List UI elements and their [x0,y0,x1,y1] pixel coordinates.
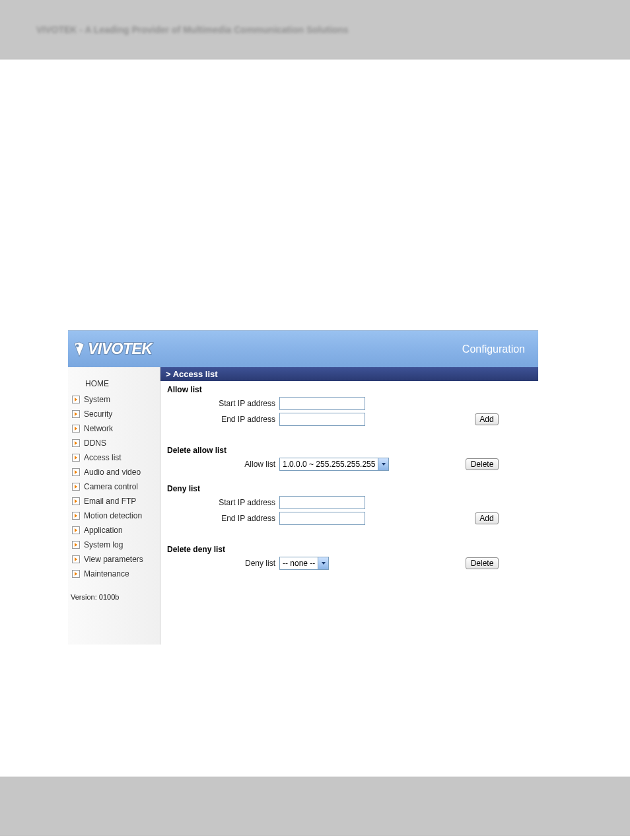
nav-item-maintenance[interactable]: Maintenance [68,567,160,581]
arrow-icon [72,454,80,462]
delete-deny-button[interactable]: Delete [466,557,499,569]
arrow-icon [72,439,80,447]
delete-deny-heading: Delete deny list [167,545,532,554]
allow-list-heading: Allow list [167,385,532,394]
nav-label: Security [84,409,112,419]
spacer-top [0,59,630,330]
arrow-icon [72,512,80,520]
deny-end-input[interactable] [279,512,365,525]
allow-end-row: End IP address Add [167,413,532,426]
arrow-icon [72,526,80,534]
nav-label: Maintenance [84,569,129,578]
nav-item-application[interactable]: Application [68,523,160,538]
version-text: Version: 0100b [68,581,160,601]
content-inner: Allow list Start IP address End IP addre… [160,381,538,586]
delete-allow-selected: 1.0.0.0 ~ 255.255.255.255 [279,458,389,471]
nav-item-system[interactable]: System [68,392,160,407]
arrow-icon [72,468,80,476]
nav-label: DDNS [84,438,106,448]
nav-label: Audio and video [84,468,141,477]
delete-allow-select[interactable]: 1.0.0.0 ~ 255.255.255.255 [279,458,389,471]
nav-item-network[interactable]: Network [68,421,160,436]
brand-icon [72,341,87,358]
nav-label: Email and FTP [84,497,136,506]
nav-item-audio-video[interactable]: Audio and video [68,465,160,479]
chevron-down-icon [378,458,388,470]
nav-label: View parameters [84,555,143,564]
nav-label: System log [84,540,123,549]
deny-start-label: Start IP address [167,498,279,507]
brand-text: VIVOTEK [88,340,152,358]
section-title: > Access list [160,367,538,381]
nav-item-motion-detection[interactable]: Motion detection [68,508,160,523]
nav-item-camera-control[interactable]: Camera control [68,479,160,494]
nav-label: Motion detection [84,511,142,520]
nav-label: System [84,395,110,404]
arrow-icon [72,410,80,418]
arrow-icon [72,555,80,563]
nav-item-email-ftp[interactable]: Email and FTP [68,494,160,508]
allow-start-input[interactable] [279,397,365,410]
spacer-bottom [0,645,630,777]
nav-label: Access list [84,453,122,462]
app-body: HOME System Security Network DDNS Access… [68,367,538,645]
allow-end-input[interactable] [279,413,365,426]
page-header-bar: VIVOTEK - A Leading Provider of Multimed… [0,0,630,59]
arrow-icon [72,541,80,549]
nav-label: Network [84,424,113,433]
brand-logo: VIVOTEK [72,340,152,358]
nav-home[interactable]: HOME [68,372,160,392]
delete-deny-select[interactable]: -- none -- [279,557,329,570]
delete-deny-row: Deny list -- none -- Delete [167,557,532,570]
page-header-blurred-text: VIVOTEK - A Leading Provider of Multimed… [36,24,349,35]
deny-add-button[interactable]: Add [475,512,499,524]
delete-deny-label: Deny list [167,559,279,568]
deny-list-heading: Deny list [167,484,532,493]
arrow-icon [72,483,80,491]
allow-add-button[interactable]: Add [475,413,499,425]
config-app: VIVOTEK Configuration HOME System Securi… [68,330,538,645]
deny-start-row: Start IP address [167,496,532,509]
arrow-icon [72,497,80,505]
page-footer-bar [0,777,630,836]
deny-end-row: End IP address Add [167,512,532,525]
allow-start-row: Start IP address [167,397,532,410]
chevron-down-icon [318,557,328,569]
nav-label: Camera control [84,482,138,491]
content-area: > Access list Allow list Start IP addres… [160,367,538,645]
nav-item-system-log[interactable]: System log [68,538,160,552]
delete-allow-button[interactable]: Delete [466,458,499,470]
nav-label: Application [84,526,123,535]
allow-end-label: End IP address [167,415,279,424]
header-config-label: Configuration [462,343,525,355]
delete-allow-row: Allow list 1.0.0.0 ~ 255.255.255.255 Del… [167,458,532,471]
app-header: VIVOTEK Configuration [68,331,538,367]
deny-start-input[interactable] [279,496,365,509]
delete-allow-heading: Delete allow list [167,446,532,455]
arrow-icon [72,425,80,433]
sidebar: HOME System Security Network DDNS Access… [68,367,160,645]
arrow-icon [72,570,80,578]
nav-item-view-parameters[interactable]: View parameters [68,552,160,567]
delete-allow-label: Allow list [167,460,279,469]
allow-start-label: Start IP address [167,399,279,408]
deny-end-label: End IP address [167,514,279,523]
arrow-icon [72,396,80,403]
nav-item-access-list[interactable]: Access list [68,450,160,465]
svg-point-0 [76,344,79,347]
nav-item-ddns[interactable]: DDNS [68,436,160,450]
nav-item-security[interactable]: Security [68,407,160,421]
